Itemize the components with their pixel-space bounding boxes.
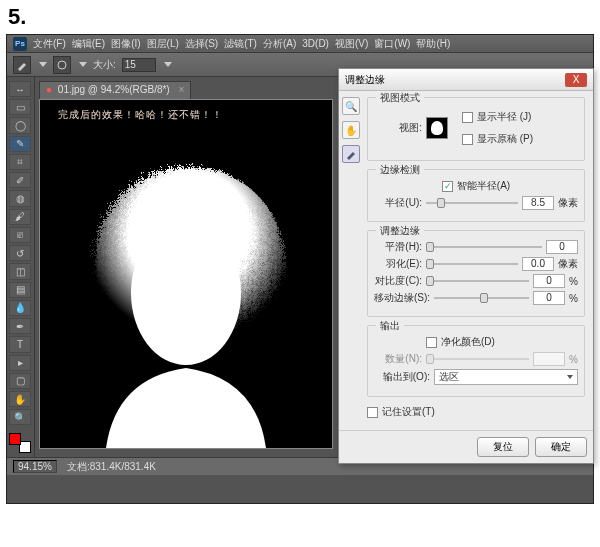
contrast-slider[interactable] bbox=[426, 276, 529, 286]
hand-tool-icon[interactable]: ✋ bbox=[342, 121, 360, 139]
menu-view[interactable]: 视图(V) bbox=[335, 37, 368, 51]
edge-detection-group: 边缘检测 智能半径(A) 半径(U): 8.5 像素 bbox=[367, 169, 585, 222]
svg-point-0 bbox=[58, 61, 66, 69]
menu-help[interactable]: 帮助(H) bbox=[416, 37, 450, 51]
amount-value bbox=[533, 352, 565, 366]
output-to-label: 输出到(O): bbox=[374, 370, 430, 384]
menu-3d[interactable]: 3D(D) bbox=[302, 38, 329, 49]
smart-radius-label: 智能半径(A) bbox=[457, 179, 510, 193]
radius-unit: 像素 bbox=[558, 196, 578, 210]
eyedropper-tool-icon[interactable]: ✐ bbox=[9, 172, 31, 188]
menu-image[interactable]: 图像(I) bbox=[111, 37, 140, 51]
menu-analysis[interactable]: 分析(A) bbox=[263, 37, 296, 51]
smooth-value[interactable]: 0 bbox=[546, 240, 578, 254]
type-tool-icon[interactable]: T bbox=[9, 336, 31, 352]
shift-edge-unit: % bbox=[569, 293, 578, 304]
dialog-titlebar[interactable]: 调整边缘 X bbox=[339, 69, 593, 91]
menu-edit[interactable]: 编辑(E) bbox=[72, 37, 105, 51]
dialog-footer: 复位 确定 bbox=[339, 430, 593, 463]
contrast-value[interactable]: 0 bbox=[533, 274, 565, 288]
dropdown-icon[interactable] bbox=[79, 62, 87, 67]
color-swatches[interactable] bbox=[9, 433, 31, 453]
group-title: 边缘检测 bbox=[376, 163, 424, 177]
shift-edge-slider[interactable] bbox=[434, 293, 529, 303]
radius-slider[interactable] bbox=[426, 198, 518, 208]
smooth-label: 平滑(H): bbox=[374, 240, 422, 254]
dialog-tool-column: 🔍 ✋ bbox=[339, 91, 363, 430]
dialog-title: 调整边缘 bbox=[345, 73, 565, 87]
adjust-edge-group: 调整边缘 平滑(H): 0 羽化(E): 0.0 像素 对比度(C): 0 % bbox=[367, 230, 585, 317]
close-icon[interactable]: × bbox=[178, 84, 184, 95]
canvas-caption: 完成后的效果！哈哈！还不错！！ bbox=[58, 108, 223, 122]
smart-radius-checkbox[interactable] bbox=[442, 181, 453, 192]
decontaminate-label: 净化颜色(D) bbox=[441, 335, 495, 349]
view-label: 视图: bbox=[374, 121, 422, 135]
path-select-tool-icon[interactable]: ▸ bbox=[9, 355, 31, 371]
radius-label: 半径(U): bbox=[374, 196, 422, 210]
brush-preset-icon[interactable] bbox=[13, 56, 31, 74]
decontaminate-checkbox[interactable] bbox=[426, 337, 437, 348]
feather-slider[interactable] bbox=[426, 259, 518, 269]
brush-tip-icon[interactable] bbox=[53, 56, 71, 74]
shift-edge-value[interactable]: 0 bbox=[533, 291, 565, 305]
group-title: 视图模式 bbox=[376, 91, 424, 105]
menu-select[interactable]: 选择(S) bbox=[185, 37, 218, 51]
remember-settings-checkbox[interactable] bbox=[367, 407, 378, 418]
ok-button[interactable]: 确定 bbox=[535, 437, 587, 457]
radius-value[interactable]: 8.5 bbox=[522, 196, 554, 210]
close-icon[interactable]: X bbox=[565, 73, 587, 87]
menu-filter[interactable]: 滤镜(T) bbox=[224, 37, 257, 51]
gradient-tool-icon[interactable]: ▤ bbox=[9, 282, 31, 298]
smooth-slider[interactable] bbox=[426, 242, 542, 252]
pen-tool-icon[interactable]: ✒ bbox=[9, 318, 31, 334]
document-tab[interactable]: ● 01.jpg @ 94.2%(RGB/8*) × bbox=[39, 81, 191, 99]
fg-color-swatch[interactable] bbox=[9, 433, 21, 445]
show-original-label: 显示原稿 (P) bbox=[477, 132, 533, 146]
view-mode-group: 视图模式 视图: 显示半径 (J) 显示原稿 (P) bbox=[367, 97, 585, 161]
ps-logo-icon: Ps bbox=[13, 37, 27, 51]
menubar: Ps 文件(F) 编辑(E) 图像(I) 图层(L) 选择(S) 滤镜(T) 分… bbox=[7, 35, 593, 53]
stamp-tool-icon[interactable]: ⎚ bbox=[9, 227, 31, 243]
lasso-tool-icon[interactable]: ◯ bbox=[9, 117, 31, 133]
dropdown-icon[interactable] bbox=[164, 62, 172, 67]
move-tool-icon[interactable]: ↔ bbox=[9, 81, 31, 97]
heal-tool-icon[interactable]: ◍ bbox=[9, 190, 31, 206]
tool-panel: ↔ ▭ ◯ ✎ ⌗ ✐ ◍ 🖌 ⎚ ↺ ◫ ▤ 💧 ✒ T ▸ ▢ ✋ 🔍 bbox=[7, 77, 35, 457]
svg-point-2 bbox=[131, 221, 241, 365]
menu-layer[interactable]: 图层(L) bbox=[147, 37, 179, 51]
reset-button[interactable]: 复位 bbox=[477, 437, 529, 457]
zoom-tool-icon[interactable]: 🔍 bbox=[342, 97, 360, 115]
menu-file[interactable]: 文件(F) bbox=[33, 37, 66, 51]
group-title: 调整边缘 bbox=[376, 224, 424, 238]
quick-select-tool-icon[interactable]: ✎ bbox=[9, 136, 31, 152]
menu-window[interactable]: 窗口(W) bbox=[374, 37, 410, 51]
shift-edge-label: 移动边缘(S): bbox=[374, 291, 430, 305]
eraser-tool-icon[interactable]: ◫ bbox=[9, 263, 31, 279]
feather-label: 羽化(E): bbox=[374, 257, 422, 271]
zoom-value[interactable]: 94.15% bbox=[13, 460, 57, 473]
mask-silhouette bbox=[76, 148, 296, 448]
crop-tool-icon[interactable]: ⌗ bbox=[9, 154, 31, 170]
size-input[interactable] bbox=[122, 58, 156, 72]
hand-tool-icon[interactable]: ✋ bbox=[9, 391, 31, 407]
zoom-tool-icon[interactable]: 🔍 bbox=[9, 409, 31, 425]
refine-brush-tool-icon[interactable] bbox=[342, 145, 360, 163]
view-thumbnail[interactable] bbox=[426, 117, 448, 139]
document-canvas[interactable]: 完成后的效果！哈哈！还不错！！ bbox=[39, 99, 333, 449]
show-original-checkbox[interactable] bbox=[462, 134, 473, 145]
feather-value[interactable]: 0.0 bbox=[522, 257, 554, 271]
blur-tool-icon[interactable]: 💧 bbox=[9, 300, 31, 316]
output-group: 输出 净化颜色(D) 数量(N): % 输出到(O): 选区 bbox=[367, 325, 585, 397]
brush-tool-icon[interactable]: 🖌 bbox=[9, 209, 31, 225]
dropdown-icon[interactable] bbox=[39, 62, 47, 67]
tab-label: 01.jpg @ 94.2%(RGB/8*) bbox=[58, 84, 170, 95]
marquee-tool-icon[interactable]: ▭ bbox=[9, 99, 31, 115]
output-to-select[interactable]: 选区 bbox=[434, 369, 578, 385]
remember-settings-label: 记住设置(T) bbox=[382, 405, 435, 419]
size-label: 大小: bbox=[93, 58, 116, 72]
amount-slider bbox=[426, 354, 529, 364]
history-brush-tool-icon[interactable]: ↺ bbox=[9, 245, 31, 261]
shape-tool-icon[interactable]: ▢ bbox=[9, 373, 31, 389]
show-radius-checkbox[interactable] bbox=[462, 112, 473, 123]
unsaved-dot-icon: ● bbox=[46, 84, 52, 95]
